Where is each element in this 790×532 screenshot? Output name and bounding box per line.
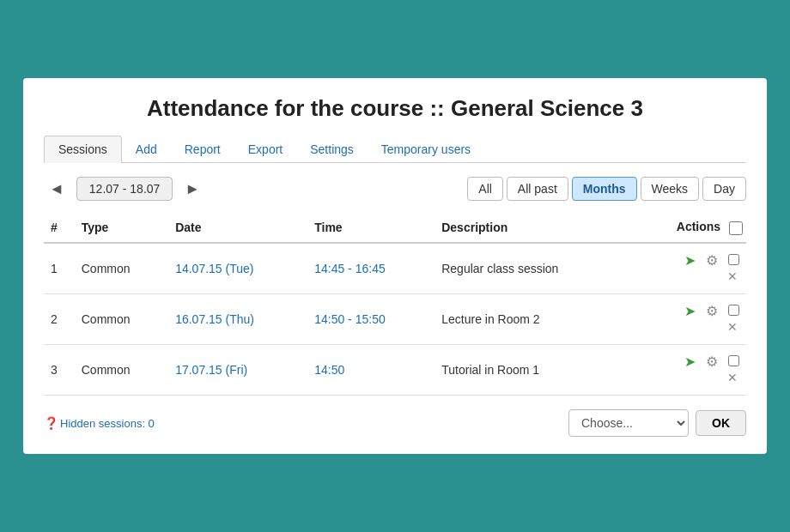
tab-temporary-users[interactable]: Temporary users bbox=[368, 136, 484, 162]
toolbar: ◄ 12.07 - 18.07 ► All All past Months We… bbox=[44, 177, 746, 201]
tab-export[interactable]: Export bbox=[234, 136, 296, 162]
main-card: Attendance for the course :: General Sci… bbox=[21, 76, 769, 455]
hidden-sessions-label: Hidden sessions: 0 bbox=[60, 417, 155, 430]
row1-num: 1 bbox=[44, 243, 75, 294]
col-date: Date bbox=[168, 213, 307, 242]
row2-date[interactable]: 16.07.15 (Thu) bbox=[168, 293, 307, 344]
table-row: 3 Common 17.07.15 (Fri) 14:50 Tutorial i… bbox=[44, 344, 746, 395]
row3-checkbox[interactable] bbox=[728, 355, 739, 366]
hidden-sessions[interactable]: ❓Hidden sessions: 0 bbox=[44, 415, 155, 431]
next-date-button[interactable]: ► bbox=[179, 178, 205, 200]
col-description: Description bbox=[434, 213, 631, 242]
actions-label: Actions bbox=[677, 220, 720, 233]
col-num: # bbox=[44, 213, 75, 242]
filter-buttons: All All past Months Weeks Day bbox=[467, 177, 746, 201]
filter-months-button[interactable]: Months bbox=[572, 177, 637, 201]
row2-settings-icon[interactable]: ⚙ bbox=[702, 303, 718, 318]
col-actions: Actions bbox=[631, 213, 746, 242]
row3-num: 3 bbox=[44, 344, 75, 395]
help-icon: ❓ bbox=[44, 416, 58, 430]
row2-checkbox[interactable] bbox=[728, 305, 739, 316]
tab-report[interactable]: Report bbox=[171, 136, 234, 162]
row3-description: Tutorial in Room 1 bbox=[434, 344, 631, 395]
row2-type: Common bbox=[75, 293, 168, 344]
page-title: Attendance for the course :: General Sci… bbox=[44, 95, 746, 122]
ok-button[interactable]: OK bbox=[696, 410, 746, 436]
row1-go-icon[interactable]: ➤ bbox=[680, 252, 696, 268]
tab-add[interactable]: Add bbox=[122, 136, 171, 162]
filter-allpast-button[interactable]: All past bbox=[507, 177, 568, 201]
table-row: 2 Common 16.07.15 (Thu) 14:50 - 15:50 Le… bbox=[44, 293, 746, 344]
row2-go-icon[interactable]: ➤ bbox=[680, 303, 696, 318]
tab-bar: Sessions Add Report Export Settings Temp… bbox=[44, 136, 746, 163]
row3-time: 14:50 bbox=[307, 344, 434, 395]
col-type: Type bbox=[75, 213, 168, 242]
col-time: Time bbox=[307, 213, 434, 242]
date-nav: ◄ 12.07 - 18.07 ► bbox=[44, 177, 205, 201]
filter-weeks-button[interactable]: Weeks bbox=[641, 177, 700, 201]
row1-actions: ➤ ⚙ ✕ bbox=[631, 243, 746, 294]
row3-settings-icon[interactable]: ⚙ bbox=[702, 354, 718, 369]
select-all-checkbox[interactable] bbox=[729, 221, 743, 235]
row2-description: Lecture in Room 2 bbox=[434, 293, 631, 344]
table-row: 1 Common 14.07.15 (Tue) 14:45 - 16:45 Re… bbox=[44, 243, 746, 294]
filter-day-button[interactable]: Day bbox=[702, 177, 746, 201]
row3-actions: ➤ ⚙ ✕ bbox=[631, 344, 746, 395]
row1-checkbox[interactable] bbox=[728, 254, 739, 265]
row3-delete-icon[interactable]: ✕ bbox=[722, 371, 738, 386]
date-range-button[interactable]: 12.07 - 18.07 bbox=[76, 177, 173, 201]
row3-type: Common bbox=[75, 344, 168, 395]
footer-right: Choose... OK bbox=[568, 409, 746, 437]
footer: ❓Hidden sessions: 0 Choose... OK bbox=[44, 409, 746, 437]
row1-description: Regular class session bbox=[434, 243, 631, 294]
row1-type: Common bbox=[75, 243, 168, 294]
row3-go-icon[interactable]: ➤ bbox=[680, 354, 696, 369]
row2-num: 2 bbox=[44, 293, 75, 344]
row3-date[interactable]: 17.07.15 (Fri) bbox=[168, 344, 307, 395]
tab-settings[interactable]: Settings bbox=[296, 136, 368, 162]
row2-actions: ➤ ⚙ ✕ bbox=[631, 293, 746, 344]
row1-delete-icon[interactable]: ✕ bbox=[722, 269, 738, 285]
choose-select[interactable]: Choose... bbox=[568, 409, 689, 437]
filter-all-button[interactable]: All bbox=[467, 177, 503, 201]
row1-date[interactable]: 14.07.15 (Tue) bbox=[168, 243, 307, 294]
sessions-table: # Type Date Time Description Actions 1 C… bbox=[44, 213, 746, 395]
row1-settings-icon[interactable]: ⚙ bbox=[702, 252, 718, 268]
row2-time: 14:50 - 15:50 bbox=[307, 293, 434, 344]
prev-date-button[interactable]: ◄ bbox=[44, 178, 70, 200]
tab-sessions[interactable]: Sessions bbox=[44, 136, 122, 163]
row1-time: 14:45 - 16:45 bbox=[307, 243, 434, 294]
row2-delete-icon[interactable]: ✕ bbox=[722, 320, 738, 336]
